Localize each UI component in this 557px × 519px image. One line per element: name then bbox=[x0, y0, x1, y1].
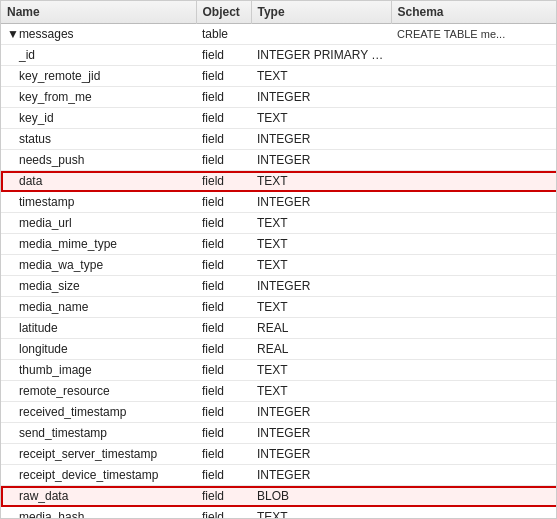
cell-name: _id bbox=[1, 45, 196, 66]
cell-object: field bbox=[196, 234, 251, 255]
cell-schema bbox=[391, 213, 557, 234]
table-row[interactable]: longitudefieldREAL bbox=[1, 339, 557, 360]
cell-name: status bbox=[1, 129, 196, 150]
cell-schema bbox=[391, 339, 557, 360]
cell-name: key_from_me bbox=[1, 87, 196, 108]
cell-type: TEXT bbox=[251, 255, 391, 276]
table-row[interactable]: media_urlfieldTEXT bbox=[1, 213, 557, 234]
database-table-view[interactable]: Name Object Type Schema ▼messagestableCR… bbox=[0, 0, 557, 519]
table-row[interactable]: receipt_server_timestampfieldINTEGER bbox=[1, 444, 557, 465]
cell-schema bbox=[391, 381, 557, 402]
cell-name: remote_resource bbox=[1, 381, 196, 402]
header-schema: Schema bbox=[391, 1, 557, 24]
table-row[interactable]: media_namefieldTEXT bbox=[1, 297, 557, 318]
cell-schema bbox=[391, 318, 557, 339]
cell-object: table bbox=[196, 24, 251, 45]
cell-object: field bbox=[196, 318, 251, 339]
header-name: Name bbox=[1, 1, 196, 24]
cell-name: key_id bbox=[1, 108, 196, 129]
table-row[interactable]: datafieldTEXT bbox=[1, 171, 557, 192]
cell-schema bbox=[391, 423, 557, 444]
cell-object: field bbox=[196, 45, 251, 66]
cell-object: field bbox=[196, 381, 251, 402]
cell-type: TEXT bbox=[251, 171, 391, 192]
cell-name: receipt_server_timestamp bbox=[1, 444, 196, 465]
table-row[interactable]: key_idfieldTEXT bbox=[1, 108, 557, 129]
cell-type: INTEGER bbox=[251, 276, 391, 297]
table-row[interactable]: latitudefieldREAL bbox=[1, 318, 557, 339]
cell-name: media_name bbox=[1, 297, 196, 318]
cell-schema bbox=[391, 360, 557, 381]
cell-schema bbox=[391, 297, 557, 318]
cell-schema bbox=[391, 129, 557, 150]
cell-type bbox=[251, 24, 391, 45]
table-row[interactable]: media_mime_typefieldTEXT bbox=[1, 234, 557, 255]
cell-type: TEXT bbox=[251, 108, 391, 129]
cell-object: field bbox=[196, 339, 251, 360]
table-row[interactable]: _idfieldINTEGER PRIMARY KEY bbox=[1, 45, 557, 66]
cell-type: TEXT bbox=[251, 507, 391, 520]
cell-type: INTEGER bbox=[251, 465, 391, 486]
cell-object: field bbox=[196, 66, 251, 87]
cell-object: field bbox=[196, 213, 251, 234]
cell-type: TEXT bbox=[251, 297, 391, 318]
cell-name: media_hash bbox=[1, 507, 196, 520]
cell-schema bbox=[391, 108, 557, 129]
cell-type: TEXT bbox=[251, 213, 391, 234]
cell-object: field bbox=[196, 402, 251, 423]
cell-schema bbox=[391, 255, 557, 276]
table-row[interactable]: receipt_device_timestampfieldINTEGER bbox=[1, 465, 557, 486]
cell-name: needs_push bbox=[1, 150, 196, 171]
cell-object: field bbox=[196, 255, 251, 276]
cell-object: field bbox=[196, 108, 251, 129]
table-row[interactable]: media_sizefieldINTEGER bbox=[1, 276, 557, 297]
table-row[interactable]: thumb_imagefieldTEXT bbox=[1, 360, 557, 381]
cell-schema bbox=[391, 444, 557, 465]
cell-type: INTEGER bbox=[251, 192, 391, 213]
cell-name: receipt_device_timestamp bbox=[1, 465, 196, 486]
cell-schema bbox=[391, 402, 557, 423]
cell-object: field bbox=[196, 129, 251, 150]
cell-object: field bbox=[196, 486, 251, 507]
cell-schema bbox=[391, 465, 557, 486]
table-row[interactable]: key_from_mefieldINTEGER bbox=[1, 87, 557, 108]
cell-type: TEXT bbox=[251, 381, 391, 402]
header-type: Type bbox=[251, 1, 391, 24]
cell-schema bbox=[391, 87, 557, 108]
cell-name: raw_data bbox=[1, 486, 196, 507]
table-row[interactable]: needs_pushfieldINTEGER bbox=[1, 150, 557, 171]
cell-name: send_timestamp bbox=[1, 423, 196, 444]
table-row[interactable]: key_remote_jidfieldTEXT bbox=[1, 66, 557, 87]
table-row[interactable]: received_timestampfieldINTEGER bbox=[1, 402, 557, 423]
table-row[interactable]: remote_resourcefieldTEXT bbox=[1, 381, 557, 402]
cell-name: received_timestamp bbox=[1, 402, 196, 423]
cell-type: TEXT bbox=[251, 66, 391, 87]
table-row[interactable]: raw_datafieldBLOB bbox=[1, 486, 557, 507]
table-row[interactable]: ▼messagestableCREATE TABLE me... bbox=[1, 24, 557, 45]
cell-schema bbox=[391, 192, 557, 213]
cell-object: field bbox=[196, 87, 251, 108]
cell-type: INTEGER bbox=[251, 150, 391, 171]
table-row[interactable]: media_wa_typefieldTEXT bbox=[1, 255, 557, 276]
table-row[interactable]: statusfieldINTEGER bbox=[1, 129, 557, 150]
cell-object: field bbox=[196, 276, 251, 297]
cell-schema bbox=[391, 507, 557, 520]
cell-name: ▼messages bbox=[1, 24, 196, 45]
cell-name: data bbox=[1, 171, 196, 192]
cell-schema bbox=[391, 171, 557, 192]
cell-name: media_url bbox=[1, 213, 196, 234]
table-header: Name Object Type Schema bbox=[1, 1, 557, 24]
cell-schema: CREATE TABLE me... bbox=[391, 24, 557, 45]
table-row[interactable]: media_hashfieldTEXT bbox=[1, 507, 557, 520]
cell-name: media_wa_type bbox=[1, 255, 196, 276]
cell-type: INTEGER bbox=[251, 402, 391, 423]
cell-object: field bbox=[196, 507, 251, 520]
cell-name: longitude bbox=[1, 339, 196, 360]
cell-object: field bbox=[196, 192, 251, 213]
cell-name: key_remote_jid bbox=[1, 66, 196, 87]
cell-name: timestamp bbox=[1, 192, 196, 213]
cell-object: field bbox=[196, 423, 251, 444]
cell-object: field bbox=[196, 297, 251, 318]
table-row[interactable]: timestampfieldINTEGER bbox=[1, 192, 557, 213]
table-row[interactable]: send_timestampfieldINTEGER bbox=[1, 423, 557, 444]
